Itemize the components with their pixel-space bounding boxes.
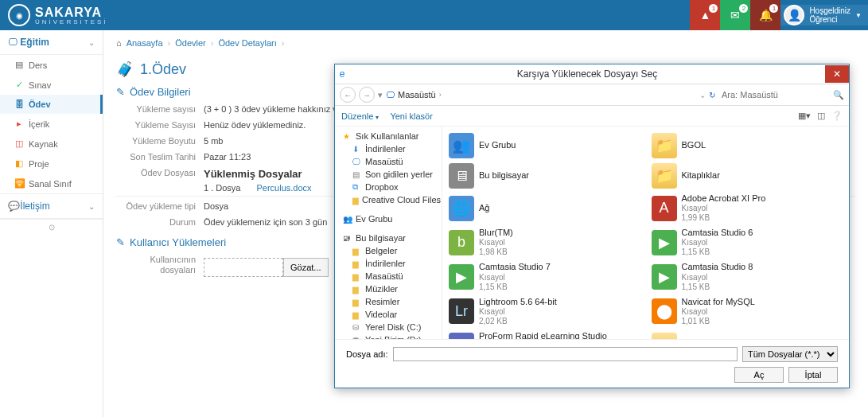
tree-thispc[interactable]: 🖳Bu bilgisayar bbox=[335, 232, 442, 244]
nav-item-kaynak[interactable]: ◫Kaynak bbox=[0, 134, 103, 154]
filter-select[interactable]: Tüm Dosyalar (*.*) bbox=[742, 346, 838, 362]
tree-item[interactable]: ▆Müzikler bbox=[335, 283, 442, 295]
mail-button[interactable]: ✉ 2 bbox=[720, 0, 750, 30]
bell-badge: 1 bbox=[769, 4, 778, 13]
tree-item[interactable]: ▆Masaüstü bbox=[335, 270, 442, 283]
edit-icon: ✎ bbox=[116, 86, 125, 98]
nav-item-sanal[interactable]: 🛜Sanal Sınıf bbox=[0, 173, 103, 193]
tree-item[interactable]: ⛃Yeni Birim (D:) bbox=[335, 333, 442, 339]
file-meta: Kısayol bbox=[682, 238, 753, 247]
user-menu[interactable]: 👤 Hoşgeldiniz Öğrenci ▼ bbox=[780, 5, 868, 25]
cancel-button[interactable]: İptal bbox=[788, 367, 838, 383]
file-name: Ev Grubu bbox=[479, 140, 516, 150]
nav-item-odev[interactable]: 🗄Ödev bbox=[0, 95, 103, 114]
crumb-home[interactable]: Anasayfa bbox=[127, 38, 163, 48]
file-type-icon: ▶ bbox=[449, 264, 474, 290]
open-button[interactable]: Aç bbox=[734, 367, 784, 383]
tree-item[interactable]: ▆Creative Cloud Files bbox=[335, 193, 442, 206]
crumb-2[interactable]: Ödev Detayları bbox=[218, 38, 276, 48]
tree-item[interactable]: 🖵Masaüstü bbox=[335, 155, 442, 168]
file-meta: Kısayol bbox=[479, 238, 513, 247]
logo-text-2: ÜNİVERSİTESİ bbox=[35, 18, 108, 25]
file-type-icon: b bbox=[449, 230, 474, 255]
organize-menu[interactable]: Düzenle ▾ bbox=[341, 111, 379, 121]
file-name: Blur(TM) bbox=[479, 228, 513, 238]
tree-homegroup[interactable]: 👥Ev Grubu bbox=[335, 212, 442, 225]
file-meta: 1,98 KB bbox=[479, 247, 513, 257]
nav-item-sinav[interactable]: ✓Sınav bbox=[0, 75, 103, 95]
file-item[interactable]: ⬤ Navicat for MySQL Kısayol1,01 KB bbox=[650, 295, 845, 328]
file-item[interactable]: ▶ Camtasia Studio 8 Kısayol1,15 KB bbox=[650, 260, 845, 293]
notification-button[interactable]: 🔔 1 bbox=[750, 0, 780, 30]
folder-icon: ▆ bbox=[352, 272, 362, 281]
file-item[interactable]: b Blur(TM) Kısayol1,98 KB bbox=[447, 226, 642, 259]
folder-icon: ▆ bbox=[352, 285, 362, 294]
file-meta: Kısayol bbox=[479, 307, 557, 317]
new-folder-button[interactable]: Yeni klasör bbox=[390, 111, 432, 121]
file-item[interactable]: 📁 BGOL bbox=[650, 131, 845, 160]
file-meta: Kısayol bbox=[682, 307, 755, 317]
logo[interactable]: ◉ SAKARYA ÜNİVERSİTESİ bbox=[0, 4, 116, 26]
file-item[interactable]: 🌐 Ağ bbox=[447, 192, 642, 224]
lbl-upload-count: Yükleme sayısı bbox=[116, 104, 204, 114]
tree-item[interactable]: ▆Resimler bbox=[335, 295, 442, 308]
nav-item-proje[interactable]: ◧Proje bbox=[0, 154, 103, 173]
ie-icon: e bbox=[335, 68, 349, 80]
view-icon[interactable]: ▦▾ bbox=[798, 111, 811, 121]
file-item[interactable]: ✦ ProForm Rapid eLearning Studio Kısayol… bbox=[447, 329, 642, 339]
search-input[interactable] bbox=[718, 88, 830, 101]
file-item[interactable]: Lr Lightroom 5.6 64-bit Kısayol2,02 KB bbox=[447, 295, 642, 328]
university-logo-icon: ◉ bbox=[8, 4, 30, 26]
folder-icon: ▆ bbox=[352, 247, 362, 255]
file-item[interactable]: 📁 @ TEMP @ bbox=[650, 329, 845, 339]
browse-button[interactable]: Gözat... bbox=[283, 258, 329, 277]
preview-icon[interactable]: ◫ bbox=[817, 111, 825, 121]
nav-group-comm-label: İletişim bbox=[20, 201, 49, 212]
help-icon[interactable]: ❔ bbox=[831, 111, 843, 121]
file-item[interactable]: 👥 Ev Grubu bbox=[447, 131, 642, 160]
tree-item[interactable]: ▆Belgeler bbox=[335, 244, 442, 257]
chat-icon: 💬 bbox=[8, 201, 18, 212]
star-icon: ★ bbox=[343, 132, 352, 141]
avatar-icon: 👤 bbox=[784, 5, 804, 25]
refresh-icon[interactable]: ↻ bbox=[709, 91, 715, 99]
nav-group-education[interactable]: 🖵 Eğitim ⌄ bbox=[0, 30, 103, 55]
file-item[interactable]: ▶ Camtasia Studio 7 Kısayol1,15 KB bbox=[447, 260, 642, 293]
tree-item[interactable]: ⧉Dropbox bbox=[335, 181, 442, 193]
folder-icon: ▆ bbox=[352, 196, 359, 205]
tree-item[interactable]: ▆İndirilenler bbox=[335, 257, 442, 270]
file-path-input[interactable] bbox=[204, 258, 283, 277]
tree-item[interactable]: ▆Videolar bbox=[335, 308, 442, 321]
file-type-icon: 🌐 bbox=[449, 196, 474, 221]
crumb-1[interactable]: Ödevler bbox=[175, 38, 206, 48]
search-icon[interactable]: 🔍 bbox=[833, 90, 844, 100]
nav-item-ders[interactable]: ▤Ders bbox=[0, 55, 103, 75]
tree-item[interactable]: ⬇İndirilenler bbox=[335, 142, 442, 155]
nav-collapse-toggle[interactable]: ⊙ bbox=[0, 219, 103, 235]
up-icon[interactable]: ▾ bbox=[378, 90, 383, 100]
close-button[interactable]: ✕ bbox=[825, 65, 849, 83]
val-type: Dosya bbox=[204, 201, 228, 211]
alert-button[interactable]: ▲ 1 bbox=[690, 0, 720, 30]
file-item[interactable]: ▶ Camtasia Studio 6 Kısayol1,15 KB bbox=[650, 226, 845, 259]
lbl-size: Yükleme Boyutu bbox=[116, 136, 204, 146]
file-item[interactable]: 📁 Kitaplıklar bbox=[650, 162, 845, 190]
tree-item[interactable]: ⛁Yerel Disk (C:) bbox=[335, 321, 442, 333]
tree-favorites[interactable]: ★Sık Kullanılanlar bbox=[335, 130, 442, 142]
uploaded-file-link[interactable]: Perculus.docx bbox=[256, 183, 311, 193]
nav-group-comm[interactable]: 💬 İletişim ⌄ bbox=[0, 193, 103, 219]
file-item[interactable]: A Adobe Acrobat XI Pro Kısayol1,99 KB bbox=[650, 192, 845, 224]
file-item[interactable]: 🖥 Bu bilgisayar bbox=[447, 162, 642, 190]
filename-input[interactable] bbox=[393, 347, 738, 361]
tree-item[interactable]: ▤Son gidilen yerler bbox=[335, 168, 442, 181]
uploaded-files-title: Yüklenmiş Dosyalar bbox=[204, 168, 312, 180]
address-bar[interactable]: 🖵 Masaüstü › bbox=[386, 90, 696, 99]
back-button[interactable]: ← bbox=[340, 87, 356, 103]
home-icon[interactable]: ⌂ bbox=[116, 38, 122, 48]
file-name: Kitaplıklar bbox=[682, 170, 720, 181]
nav-item-icerik[interactable]: ▸İçerik bbox=[0, 114, 103, 134]
lbl-deadline: Son Teslim Tarihi bbox=[116, 152, 204, 162]
briefcase-icon: 🗄 bbox=[14, 99, 24, 109]
forward-button[interactable]: → bbox=[359, 87, 375, 103]
edit-icon: ✎ bbox=[116, 236, 125, 248]
